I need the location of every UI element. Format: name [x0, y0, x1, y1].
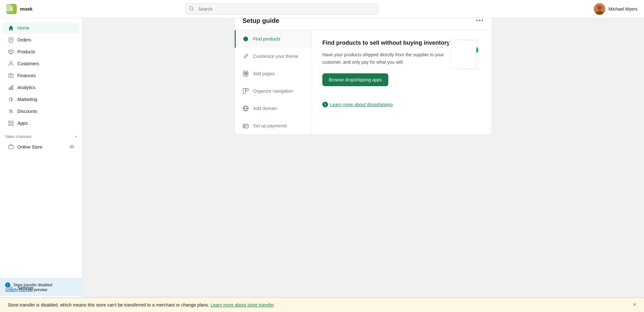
steps-container: Find products Customize your theme Add p…: [235, 30, 492, 134]
step-set-up-payments[interactable]: Set up payments: [235, 117, 312, 134]
shopify-logo-icon: S: [6, 4, 17, 14]
step-content-inner: Find products to sell without buying inv…: [322, 39, 458, 107]
setup-guide-card: Setup guide ••• Find products Custo: [234, 10, 492, 135]
svg-point-5: [597, 5, 602, 10]
find-products-icon: [242, 35, 249, 42]
avatar-image: [594, 3, 605, 15]
svg-rect-25: [9, 124, 10, 125]
svg-rect-43: [244, 126, 245, 127]
svg-rect-36: [243, 88, 245, 94]
svg-rect-27: [9, 146, 13, 149]
svg-rect-32: [244, 72, 246, 74]
add-pages-icon: [242, 70, 249, 77]
main-content: Setup guide ••• Find products Custo: [82, 0, 644, 154]
sidebar-finances-label: Finances: [17, 73, 36, 78]
sidebar-home-label: Home: [17, 25, 29, 31]
user-menu[interactable]: Michael Myers: [594, 3, 638, 15]
top-navigation: S moek Michael Myers: [0, 0, 644, 18]
svg-point-16: [10, 75, 12, 77]
svg-point-21: [11, 112, 13, 113]
step-find-products-label: Find products: [253, 36, 280, 41]
svg-rect-15: [9, 74, 13, 78]
step-add-pages-label: Add pages: [253, 71, 275, 76]
search-input[interactable]: [185, 4, 378, 14]
svg-rect-23: [9, 121, 10, 123]
learn-more-link[interactable]: i Learn more about dropshipping: [322, 102, 458, 107]
svg-line-13: [11, 50, 13, 52]
svg-rect-18: [11, 87, 12, 89]
step-content-title: Find products to sell without buying inv…: [322, 39, 458, 47]
apps-icon: [8, 120, 14, 126]
add-domain-icon: [242, 105, 249, 112]
more-options-button[interactable]: •••: [476, 17, 484, 24]
sales-channels-label: Sales channels: [5, 134, 31, 139]
search-container: [185, 4, 378, 14]
svg-rect-26: [12, 124, 13, 125]
eye-icon: [69, 144, 74, 150]
customize-theme-icon: [242, 53, 249, 60]
product-illustration: [445, 37, 484, 72]
svg-point-29: [71, 146, 72, 147]
step-find-products[interactable]: Find products: [235, 30, 312, 48]
sidebar-item-marketing[interactable]: Marketing: [3, 94, 80, 105]
step-set-up-payments-label: Set up payments: [253, 123, 287, 128]
products-icon: [8, 49, 14, 55]
brand-logo[interactable]: S moek: [6, 4, 77, 14]
sidebar-products-label: Products: [17, 49, 35, 54]
sidebar-item-discounts[interactable]: Discounts: [3, 106, 80, 117]
avatar: [594, 3, 605, 15]
sidebar-apps-label: Apps: [17, 121, 28, 126]
sidebar-item-orders[interactable]: Orders: [3, 34, 80, 46]
step-organize-navigation-label: Organize navigation: [253, 88, 293, 94]
search-icon: [189, 6, 194, 12]
sidebar-item-products[interactable]: Products: [3, 46, 80, 58]
sidebar-orders-label: Orders: [17, 37, 31, 42]
sidebar-item-apps[interactable]: Apps: [3, 117, 80, 129]
store-name: moek: [20, 6, 33, 12]
sidebar-customers-label: Customers: [17, 61, 39, 66]
svg-line-3: [192, 9, 194, 11]
marketing-icon: [8, 96, 14, 103]
sidebar-item-online-store[interactable]: Online Store: [3, 141, 80, 153]
learn-more-label: Learn more about dropshipping: [330, 102, 393, 107]
step-content-panel: Find products to sell without buying inv…: [312, 30, 492, 134]
set-up-payments-icon: [242, 122, 249, 129]
setup-guide-title: Setup guide: [242, 17, 279, 24]
sales-channels-section: Sales channels +: [0, 129, 82, 141]
online-store-label: Online Store: [17, 144, 43, 150]
svg-rect-24: [12, 121, 13, 123]
sidebar-item-home[interactable]: Home: [3, 22, 80, 34]
finances-icon: [8, 72, 14, 79]
sidebar: Home Orders Products Customers: [0, 18, 82, 154]
svg-point-14: [10, 62, 12, 64]
step-organize-navigation[interactable]: Organize navigation: [235, 82, 312, 100]
svg-point-28: [70, 145, 74, 148]
sidebar-discounts-label: Discounts: [17, 109, 37, 114]
customers-icon: [8, 60, 14, 67]
svg-rect-41: [243, 124, 248, 128]
online-store-icon: [8, 144, 14, 150]
user-name: Michael Myers: [609, 6, 638, 12]
sidebar-marketing-label: Marketing: [17, 97, 37, 102]
svg-rect-33: [246, 72, 247, 75]
step-add-domain[interactable]: Add domain: [235, 100, 312, 117]
steps-list: Find products Customize your theme Add p…: [235, 30, 312, 134]
step-customize-theme-label: Customize your theme: [253, 54, 298, 59]
organize-navigation-icon: [242, 87, 249, 95]
svg-point-20: [10, 110, 11, 111]
analytics-icon: [8, 84, 14, 91]
svg-line-12: [9, 50, 11, 52]
discounts-icon: [8, 108, 14, 115]
home-icon: [8, 25, 14, 31]
step-content-description: Have your products shipped directly from…: [322, 51, 458, 66]
step-add-domain-label: Add domain: [253, 106, 277, 111]
step-customize-theme[interactable]: Customize your theme: [235, 48, 312, 65]
sidebar-item-analytics[interactable]: Analytics: [3, 82, 80, 93]
step-add-pages[interactable]: Add pages: [235, 65, 312, 82]
svg-rect-19: [12, 86, 13, 90]
svg-rect-17: [9, 88, 10, 89]
sidebar-item-customers[interactable]: Customers: [3, 58, 80, 69]
add-sales-channel-button[interactable]: +: [75, 134, 77, 139]
browse-dropshipping-button[interactable]: Browse dropshipping apps: [322, 73, 388, 86]
sidebar-item-finances[interactable]: Finances: [3, 70, 80, 81]
